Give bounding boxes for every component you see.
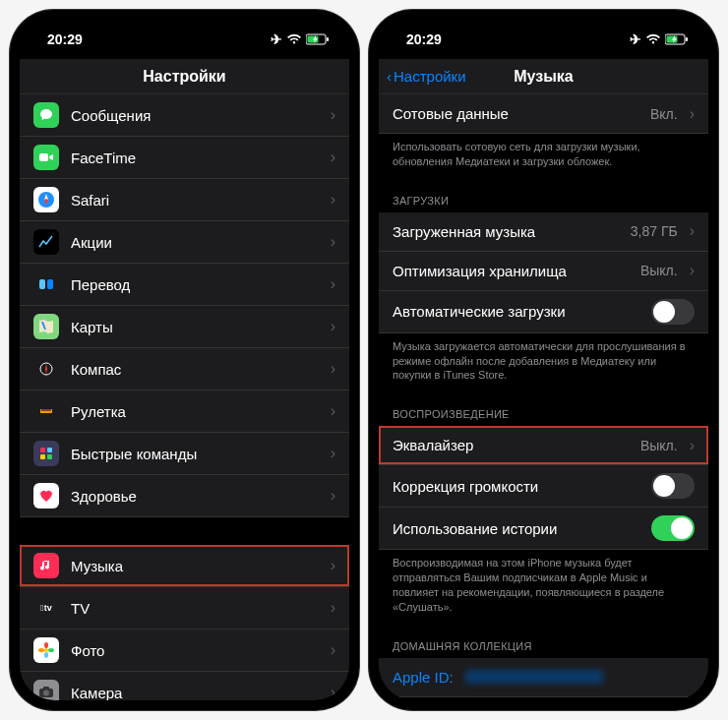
row-safari[interactable]: Safari › xyxy=(20,179,349,221)
compass-icon xyxy=(33,356,59,382)
label: TV xyxy=(71,600,319,617)
maps-icon xyxy=(33,314,59,339)
messages-icon xyxy=(33,102,59,128)
photos-icon xyxy=(33,637,59,663)
label: Акции xyxy=(71,234,319,251)
playback-footer: Воспроизводимая на этом iPhone музыка бу… xyxy=(379,550,708,624)
svg-point-13 xyxy=(44,648,48,652)
row-measure[interactable]: Рулетка › xyxy=(20,390,349,433)
label: Эквалайзер xyxy=(393,437,629,453)
value: Выкл. xyxy=(640,263,678,278)
label: Сотовые данные xyxy=(393,105,638,122)
value: 3,87 ГБ xyxy=(631,223,678,239)
chevron-right-icon: › xyxy=(331,106,335,124)
battery-icon xyxy=(665,33,689,45)
row-tv[interactable]: tv TV › xyxy=(20,587,349,630)
label: FaceTime xyxy=(71,150,319,166)
svg-rect-12 xyxy=(47,454,52,459)
chevron-right-icon: › xyxy=(331,684,335,700)
label: Автоматические загрузки xyxy=(393,303,639,320)
shortcuts-icon xyxy=(33,441,59,466)
row-music[interactable]: Музыка › xyxy=(20,545,349,587)
svg-rect-5 xyxy=(39,279,45,289)
label: Компас xyxy=(71,361,319,378)
row-downloaded-music[interactable]: Загруженная музыка 3,87 ГБ › xyxy=(379,212,708,252)
facetime-icon xyxy=(33,145,59,170)
value: Выкл. xyxy=(640,438,678,453)
label: Сообщения xyxy=(71,107,319,124)
svg-point-19 xyxy=(43,690,49,696)
section-downloads: ЗАГРУЗКИ xyxy=(379,179,708,212)
back-label: Настройки xyxy=(394,68,466,85)
row-translate[interactable]: Перевод › xyxy=(20,264,349,306)
status-time: 20:29 xyxy=(47,31,83,47)
row-maps[interactable]: Карты › xyxy=(20,306,349,348)
chevron-right-icon: › xyxy=(690,262,695,279)
chevron-right-icon: › xyxy=(331,191,335,209)
chevron-right-icon: › xyxy=(331,360,335,378)
battery-icon xyxy=(306,33,330,45)
tv-icon: tv xyxy=(33,595,59,621)
chevron-right-icon: › xyxy=(331,233,335,251)
svg-rect-10 xyxy=(47,448,52,452)
apple-id-label: Apple ID: xyxy=(393,669,454,686)
row-messages[interactable]: Сообщения › xyxy=(20,94,349,137)
row-cellular-data[interactable]: Сотовые данные Вкл. › xyxy=(379,94,708,134)
svg-rect-20 xyxy=(43,687,49,690)
toggle-use-history[interactable] xyxy=(651,515,695,541)
row-health[interactable]: Здоровье › xyxy=(20,475,349,517)
label: Быстрые команды xyxy=(71,446,319,462)
apple-id-value-redacted xyxy=(465,670,603,684)
svg-rect-3 xyxy=(39,153,48,161)
nav-bar-right: ‹ Настройки Музыка xyxy=(379,59,708,94)
settings-list[interactable]: Сообщения › FaceTime › Safari › Акции › … xyxy=(20,94,349,700)
toggle-sound-check[interactable] xyxy=(651,473,695,499)
row-auto-downloads[interactable]: Автоматические загрузки xyxy=(379,291,708,333)
svg-rect-11 xyxy=(40,454,45,459)
screen-left: 20:29 ✈ Настройки Сообщения › FaceTime ›… xyxy=(20,20,349,700)
row-sound-check[interactable]: Коррекция громкости xyxy=(379,465,708,508)
row-stocks[interactable]: Акции › xyxy=(20,221,349,264)
toggle-auto-downloads[interactable] xyxy=(651,299,695,325)
label: Коррекция громкости xyxy=(393,478,639,495)
label: Здоровье xyxy=(71,488,319,505)
airplane-icon: ✈ xyxy=(271,31,282,47)
value: Вкл. xyxy=(650,106,678,122)
row-facetime[interactable]: FaceTime › xyxy=(20,137,349,179)
chevron-right-icon: › xyxy=(331,275,335,293)
svg-rect-9 xyxy=(40,448,45,452)
label: Safari xyxy=(71,192,319,209)
nav-bar-left: Настройки xyxy=(20,59,349,94)
chevron-right-icon: › xyxy=(331,318,335,335)
chevron-right-icon: › xyxy=(331,557,335,574)
row-optimize-storage[interactable]: Оптимизация хранилища Выкл. › xyxy=(379,252,708,291)
row-use-history[interactable]: Использование истории xyxy=(379,508,708,550)
music-settings[interactable]: Сотовые данные Вкл. › Использовать сотов… xyxy=(379,94,708,700)
back-button[interactable]: ‹ Настройки xyxy=(387,68,466,85)
chevron-right-icon: › xyxy=(690,105,695,123)
label: Оптимизация хранилища xyxy=(393,263,629,279)
label: Загруженная музыка xyxy=(393,223,619,240)
row-photos[interactable]: Фото › xyxy=(20,630,349,672)
row-compass[interactable]: Компас › xyxy=(20,348,349,390)
chevron-right-icon: › xyxy=(331,487,335,505)
label: Музыка xyxy=(71,558,319,574)
page-title: Настройки xyxy=(143,68,225,86)
svg-rect-29 xyxy=(686,37,688,41)
svg-rect-2 xyxy=(327,37,329,41)
chevron-right-icon: › xyxy=(331,149,335,166)
label: Фото xyxy=(71,642,319,659)
notch xyxy=(465,10,623,33)
label: Использование истории xyxy=(393,520,639,537)
safari-icon xyxy=(33,187,59,212)
row-camera[interactable]: Камера › xyxy=(20,672,349,700)
label: Камера xyxy=(71,685,319,701)
measure-icon xyxy=(33,398,59,424)
row-shortcuts[interactable]: Быстрые команды › xyxy=(20,433,349,475)
downloads-footer: Музыка загружается автоматически для про… xyxy=(379,333,708,393)
row-equalizer[interactable]: Эквалайзер Выкл. › xyxy=(379,426,708,465)
chevron-right-icon: › xyxy=(331,641,335,659)
chevron-right-icon: › xyxy=(690,222,695,240)
cellular-footer: Использовать сотовую сеть для загрузки м… xyxy=(379,134,708,179)
row-apple-id[interactable]: Apple ID: xyxy=(379,658,708,697)
